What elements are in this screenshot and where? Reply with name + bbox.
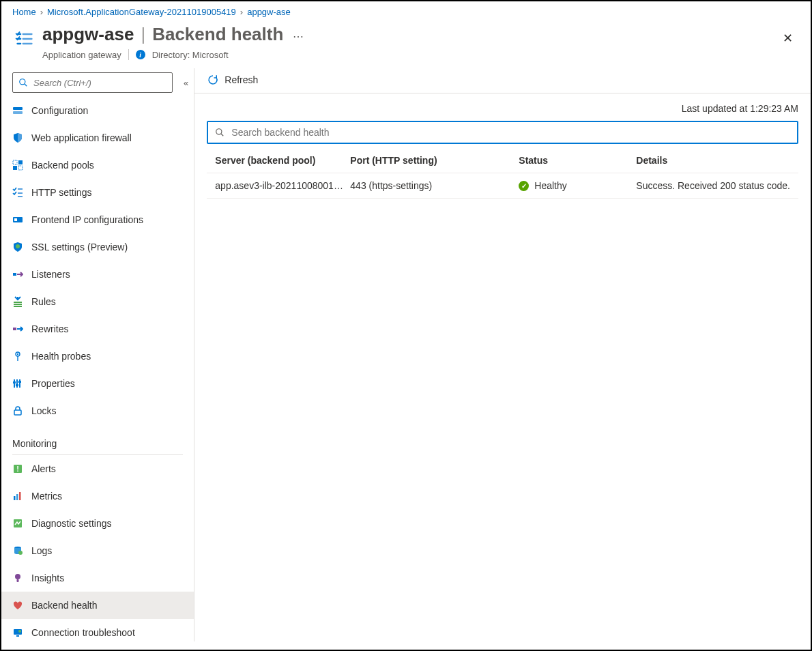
svg-rect-7 — [18, 166, 23, 170]
sidebar-item-backend-pools[interactable]: Backend pools — [1, 151, 194, 179]
lock-icon — [12, 405, 23, 416]
col-details[interactable]: Details — [636, 155, 790, 166]
close-button[interactable]: ✕ — [776, 27, 800, 50]
sidebar-search[interactable] — [12, 72, 173, 93]
sidebar-item-label: Rewrites — [31, 323, 68, 334]
status-healthy-icon: ✓ — [519, 181, 529, 191]
sidebar-item-configuration[interactable]: Configuration — [1, 97, 194, 124]
collapse-sidebar-button[interactable]: « — [178, 78, 194, 88]
svg-point-20 — [17, 353, 18, 355]
sidebar-item-locks[interactable]: Locks — [1, 397, 194, 424]
table-row[interactable]: app.asev3-ilb-2021100800123456789.exampl… — [207, 173, 798, 199]
refresh-icon — [207, 74, 219, 86]
shield-blue-icon — [12, 132, 23, 143]
listener-icon — [12, 269, 23, 280]
sidebar-item-label: Metrics — [31, 491, 62, 502]
chevron-right-icon: › — [240, 7, 243, 17]
svg-point-13 — [16, 244, 20, 248]
logs-icon — [12, 545, 23, 556]
sidebar-item-label: Locks — [31, 405, 57, 416]
sidebar-item-label: Insights — [31, 573, 64, 583]
breadcrumb-rg[interactable]: Microsoft.ApplicationGateway-20211019005… — [47, 7, 236, 17]
sidebar-item-label: Diagnostic settings — [31, 518, 112, 529]
sidebar-item-label: Health probes — [31, 351, 91, 362]
sidebar-item-diagnostic[interactable]: Diagnostic settings — [1, 510, 194, 537]
directory-label: Directory: Microsoft — [152, 50, 229, 60]
svg-point-37 — [15, 574, 20, 579]
sidebar-item-health-probes[interactable]: Health probes — [1, 343, 194, 370]
sidebar-item-label: Rules — [31, 296, 56, 307]
properties-icon — [12, 378, 23, 389]
col-status[interactable]: Status — [519, 155, 636, 166]
svg-rect-12 — [14, 218, 17, 221]
metrics-icon — [12, 491, 23, 502]
alerts-icon: ! — [12, 463, 23, 474]
more-actions-button[interactable]: ⋯ — [293, 30, 305, 43]
breadcrumb-home[interactable]: Home — [12, 7, 36, 17]
sidebar-item-backend-health[interactable]: Backend health — [1, 592, 194, 619]
resource-type-icon — [12, 27, 37, 51]
svg-rect-4 — [13, 160, 17, 164]
col-port[interactable]: Port (HTTP setting) — [350, 155, 519, 166]
svg-rect-25 — [13, 381, 16, 384]
cell-status: ✓ Healthy — [519, 180, 636, 191]
rewrite-icon — [12, 323, 23, 334]
sidebar-item-label: Listeners — [31, 269, 70, 280]
sidebar-item-waf[interactable]: Web application firewall — [1, 124, 194, 151]
config-icon — [12, 105, 23, 116]
sidebar-item-rules[interactable]: Rules — [1, 288, 194, 315]
sidebar-item-rewrites[interactable]: Rewrites — [1, 315, 194, 343]
sidebar-item-metrics[interactable]: Metrics — [1, 482, 194, 510]
table-header-row: Server (backend pool) Port (HTTP setting… — [207, 148, 798, 173]
svg-rect-32 — [16, 494, 18, 500]
svg-point-41 — [18, 630, 21, 633]
sidebar-item-label: SSL settings (Preview) — [31, 242, 128, 252]
refresh-label: Refresh — [224, 74, 258, 85]
sidebar-item-ssl[interactable]: SSL settings (Preview) — [1, 233, 194, 261]
svg-rect-23 — [16, 379, 18, 388]
svg-rect-18 — [13, 328, 16, 330]
sidebar-item-label: Properties — [31, 378, 75, 389]
sidebar-item-label: Configuration — [31, 105, 88, 116]
backend-health-search-input[interactable] — [230, 126, 790, 139]
insights-icon — [12, 573, 23, 583]
svg-line-1 — [25, 84, 27, 87]
sidebar-item-frontend-ip[interactable]: Frontend IP configurations — [1, 206, 194, 233]
sidebar-item-label: Logs — [31, 545, 52, 556]
sidebar-item-insights[interactable]: Insights — [1, 564, 194, 592]
refresh-button[interactable]: Refresh — [207, 74, 258, 86]
info-icon: i — [136, 50, 145, 59]
sidebar-search-input[interactable] — [32, 77, 166, 89]
title-divider: | — [141, 24, 145, 45]
backend-health-search[interactable] — [207, 121, 798, 144]
sidebar-item-label: Backend health — [31, 600, 98, 611]
sidebar: « Configuration Web application firewall… — [1, 68, 194, 641]
shield-green-icon — [12, 242, 23, 252]
sidebar-item-conn-troubleshoot[interactable]: Connection troubleshoot — [1, 619, 194, 641]
cell-details: Success. Received 200 status code. — [636, 180, 790, 191]
sidebar-item-label: HTTP settings — [31, 187, 91, 198]
cell-port: 443 (https-settings) — [350, 180, 519, 191]
breadcrumb-resource[interactable]: appgw-ase — [247, 7, 291, 17]
svg-line-43 — [221, 134, 224, 136]
sidebar-item-listeners[interactable]: Listeners — [1, 261, 194, 288]
sidebar-nav[interactable]: Configuration Web application firewall B… — [1, 97, 194, 641]
page-title: Backend health — [152, 24, 283, 45]
heart-icon — [12, 600, 23, 611]
last-updated-label: Last updated at 1:29:23 AM — [194, 93, 811, 121]
cell-server: app.asev3-ilb-2021100800123456789.exampl… — [215, 180, 350, 191]
svg-text:!: ! — [16, 465, 19, 473]
svg-point-42 — [216, 129, 222, 134]
toolbar: Refresh — [194, 68, 811, 93]
sidebar-item-http-settings[interactable]: HTTP settings — [1, 179, 194, 206]
col-server[interactable]: Server (backend pool) — [215, 155, 350, 166]
sidebar-item-logs[interactable]: Logs — [1, 537, 194, 564]
sidebar-item-properties[interactable]: Properties — [1, 370, 194, 397]
status-text: Healthy — [534, 180, 566, 191]
divider — [128, 49, 129, 60]
sidebar-item-alerts[interactable]: ! Alerts — [1, 455, 194, 482]
chevron-right-icon: › — [40, 7, 43, 17]
pool-icon — [12, 160, 23, 171]
probe-icon — [12, 351, 23, 362]
search-icon — [18, 78, 28, 87]
